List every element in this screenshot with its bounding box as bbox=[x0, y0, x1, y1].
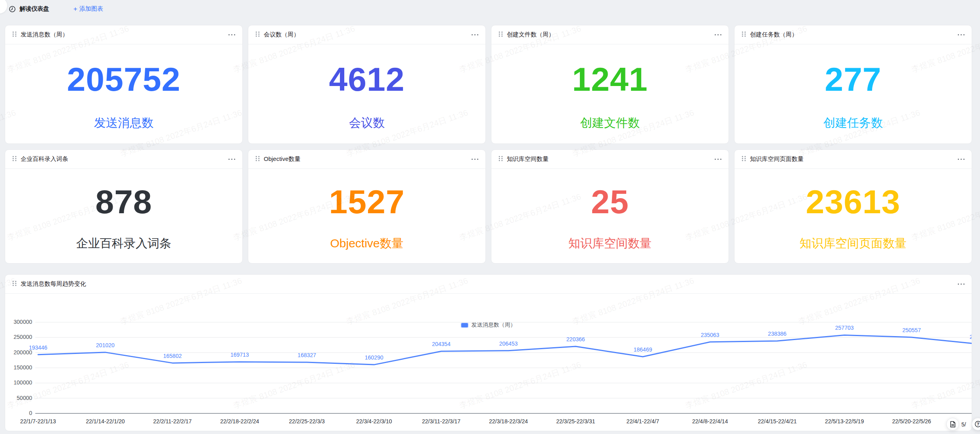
stat-card-title: 会议数（周） bbox=[264, 31, 299, 38]
chart-card: 发送消息数每周趋势变化 发送消息数（周） 0500001000001500002… bbox=[5, 274, 972, 431]
data-point-label: 228331 bbox=[959, 334, 972, 340]
drag-handle-icon[interactable] bbox=[12, 31, 17, 39]
stat-value: 1527 bbox=[248, 183, 485, 221]
data-point-label: 168327 bbox=[287, 352, 327, 358]
data-point-label: 250557 bbox=[892, 327, 932, 333]
stat-card-title: Objective数量 bbox=[264, 155, 301, 163]
x-axis-tick: 22/2/11-22/2/17 bbox=[139, 418, 206, 424]
stat-value-label: 知识库空间数量 bbox=[491, 235, 729, 252]
drag-handle-icon[interactable] bbox=[12, 155, 17, 163]
doc-page-button[interactable] bbox=[946, 418, 959, 430]
data-point-label: 204354 bbox=[422, 341, 461, 347]
stat-card-header: 发送消息数（周） bbox=[5, 25, 242, 44]
stat-value: 25 bbox=[491, 183, 729, 221]
page-indicator: 5/ bbox=[961, 421, 966, 428]
more-options-icon[interactable] bbox=[957, 281, 966, 287]
x-axis-tick: 22/2/18-22/2/24 bbox=[206, 418, 273, 424]
data-point-label: 257703 bbox=[825, 325, 864, 331]
more-options-icon[interactable] bbox=[471, 156, 479, 163]
stat-value-label: Objective数量 bbox=[248, 235, 485, 252]
stat-value-label: 知识库空间页面数量 bbox=[735, 235, 972, 252]
more-options-icon[interactable] bbox=[228, 32, 236, 38]
stat-value: 23613 bbox=[735, 183, 972, 221]
stat-value: 205752 bbox=[5, 60, 242, 98]
more-options-icon[interactable] bbox=[714, 156, 723, 163]
x-axis-tick: 22/5/13-22/5/19 bbox=[811, 418, 878, 424]
stat-card-body: 4612会议数 bbox=[248, 44, 485, 143]
stat-card: Objective数量1527Objective数量 bbox=[248, 149, 486, 264]
y-axis-tick: 100000 bbox=[5, 379, 32, 386]
drag-handle-icon[interactable] bbox=[499, 155, 503, 163]
stat-value-label: 创建任务数 bbox=[735, 115, 972, 131]
y-axis-tick: 300000 bbox=[5, 319, 32, 325]
stat-card-body: 878企业百科录入词条 bbox=[5, 169, 242, 263]
stat-value: 878 bbox=[5, 183, 242, 221]
drag-handle-icon[interactable] bbox=[255, 155, 260, 163]
stat-card-body: 205752发送消息数 bbox=[5, 44, 242, 143]
data-point-label: 235063 bbox=[690, 332, 730, 338]
y-axis-tick: 250000 bbox=[5, 334, 32, 340]
stat-card-body: 1241创建文件数 bbox=[491, 44, 729, 143]
stat-card: 知识库空间页面数量23613知识库空间页面数量 bbox=[734, 149, 972, 264]
x-axis-tick: 22/3/11-22/3/17 bbox=[408, 418, 475, 424]
stat-card-title: 发送消息数（周） bbox=[21, 31, 68, 38]
stat-value-label: 创建文件数 bbox=[491, 115, 729, 131]
chart-area: 发送消息数（周） 0500001000001500002000002500003… bbox=[5, 294, 972, 431]
help-icon: ? bbox=[974, 421, 980, 428]
drag-handle-icon[interactable] bbox=[742, 31, 746, 39]
collapsed-sidebar-handle[interactable] bbox=[0, 0, 7, 13]
stat-card-body: 1527Objective数量 bbox=[248, 169, 485, 263]
chart-title: 发送消息数每周趋势变化 bbox=[21, 280, 86, 288]
stat-card-header: 会议数（周） bbox=[248, 25, 485, 44]
add-chart-label: 添加图表 bbox=[79, 5, 103, 13]
drag-handle-icon[interactable] bbox=[742, 155, 746, 163]
x-axis-tick: 22/3/18-22/3/24 bbox=[475, 418, 542, 424]
stat-card-header: 创建文件数（周） bbox=[491, 25, 729, 44]
data-point-label: 206453 bbox=[489, 340, 528, 347]
stat-card-body: 23613知识库空间页面数量 bbox=[735, 169, 972, 263]
stat-card-header: 企业百科录入词条 bbox=[5, 150, 242, 169]
stat-card-title: 知识库空间数量 bbox=[507, 155, 548, 163]
x-axis-tick: 22/3/25-22/3/31 bbox=[542, 418, 609, 424]
x-axis-tick: 22/3/4-22/3/10 bbox=[340, 418, 408, 424]
stat-card-header: Objective数量 bbox=[248, 150, 485, 169]
page-title: 解读仪表盘 bbox=[19, 5, 49, 13]
stat-card-title: 企业百科录入词条 bbox=[21, 155, 68, 163]
x-axis-tick: 22/5/20-22/5/26 bbox=[878, 418, 945, 424]
more-options-icon[interactable] bbox=[228, 156, 236, 163]
stat-card: 知识库空间数量25知识库空间数量 bbox=[491, 149, 729, 264]
more-options-icon[interactable] bbox=[714, 32, 723, 38]
chart-card-header: 发送消息数每周趋势变化 bbox=[5, 275, 972, 294]
stat-card-body: 277创建任务数 bbox=[735, 44, 972, 143]
x-axis-tick: 22/4/1-22/4/7 bbox=[609, 418, 677, 424]
y-axis-tick: 150000 bbox=[5, 364, 32, 371]
stat-card: 创建文件数（周）1241创建文件数 bbox=[491, 25, 729, 144]
data-point-label: 238386 bbox=[758, 331, 797, 337]
stat-value-label: 会议数 bbox=[248, 115, 485, 131]
clock-icon bbox=[9, 6, 16, 13]
stat-card-body: 25知识库空间数量 bbox=[491, 169, 729, 263]
stat-card-header: 创建任务数（周） bbox=[735, 25, 972, 44]
more-options-icon[interactable] bbox=[957, 32, 966, 38]
drag-handle-icon[interactable] bbox=[255, 31, 260, 39]
add-chart-button[interactable]: + 添加图表 bbox=[73, 5, 103, 13]
stat-value: 1241 bbox=[491, 60, 729, 98]
x-axis-tick: 22/4/8-22/4/14 bbox=[676, 418, 744, 424]
x-axis-tick: 22/2/25-22/3/3 bbox=[273, 418, 341, 424]
stat-card-title: 知识库空间页面数量 bbox=[750, 155, 804, 163]
stat-card-header: 知识库空间数量 bbox=[491, 150, 729, 169]
more-options-icon[interactable] bbox=[957, 156, 966, 163]
x-axis-tick: 22/4/15-22/4/21 bbox=[744, 418, 811, 424]
stat-card-header: 知识库空间页面数量 bbox=[735, 150, 972, 169]
data-point-label: 169713 bbox=[220, 352, 259, 358]
stat-card-title: 创建文件数（周） bbox=[507, 31, 554, 38]
drag-handle-icon[interactable] bbox=[12, 280, 17, 288]
data-point-label: 186469 bbox=[623, 346, 663, 353]
data-point-label: 160290 bbox=[354, 354, 394, 361]
stat-value: 277 bbox=[735, 60, 972, 98]
help-button[interactable]: ? bbox=[972, 418, 980, 430]
data-point-label: 165802 bbox=[153, 353, 192, 359]
more-options-icon[interactable] bbox=[471, 32, 479, 38]
drag-handle-icon[interactable] bbox=[499, 31, 503, 39]
stat-card: 发送消息数（周）205752发送消息数 bbox=[5, 25, 243, 144]
